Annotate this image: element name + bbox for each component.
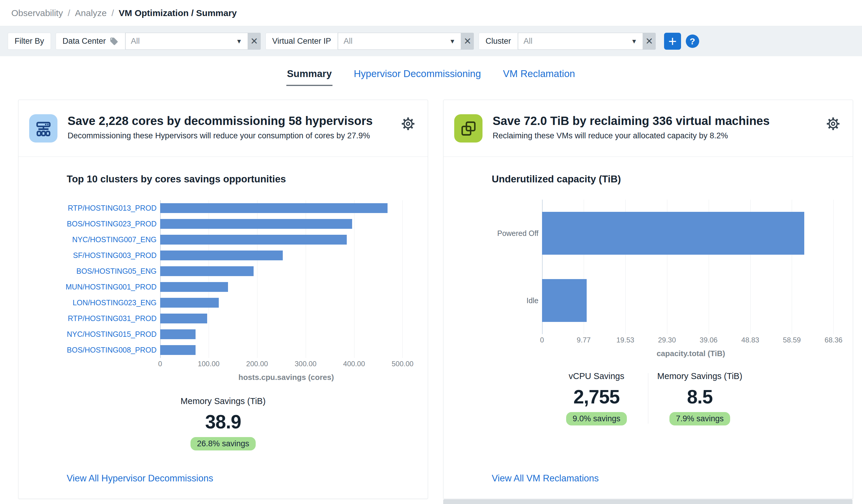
cluster-selected-value: All	[524, 37, 533, 46]
virtual-center-ip-selected-value: All	[343, 37, 352, 46]
tag-icon	[109, 37, 118, 46]
bar-segment[interactable]	[160, 282, 228, 292]
data-center-selected-value: All	[131, 37, 140, 46]
view-all-vm-reclamations-link[interactable]: View All VM Reclamations	[492, 473, 599, 484]
card-header: Save 72.0 TiB by reclaiming 336 virtual …	[444, 100, 853, 157]
chart-plot-area	[542, 200, 840, 334]
bar-segment[interactable]	[160, 251, 283, 260]
breadcrumb: Observability / Analyze / VM Optimizatio…	[11, 8, 237, 18]
gear-icon[interactable]	[400, 116, 416, 133]
chart-category-labels: Powered OffIdle	[491, 200, 542, 334]
breadcrumb-analyze[interactable]: Analyze	[75, 8, 107, 18]
bar-segment[interactable]	[160, 314, 207, 323]
x-axis-ticks: 09.7719.5329.3039.0648.8358.5968.36	[542, 336, 840, 348]
card-subtitle: Reclaiming these VMs will reduce your al…	[493, 131, 770, 141]
kpi-memory-savings: Memory Savings (TiB) 38.9 26.8% savings	[18, 396, 428, 450]
filter-label-text: Data Center	[63, 37, 106, 46]
bar-category-label[interactable]: MUN/HOSTING001_PROD	[76, 279, 160, 295]
cluster-clear-button[interactable]: ✕	[643, 33, 656, 50]
divider	[444, 157, 853, 157]
bar-category-label[interactable]: LON/HOSTING023_ENG	[76, 295, 160, 310]
bar-segment[interactable]	[160, 345, 196, 355]
data-center-clear-button[interactable]: ✕	[248, 33, 261, 50]
breadcrumb-current-page: VM Optimization / Summary	[119, 8, 237, 18]
help-icon[interactable]: ?	[686, 35, 699, 48]
x-tick-label: 9.77	[577, 336, 591, 344]
card-heading-text: Save 72.0 TiB by reclaiming 336 virtual …	[493, 114, 770, 141]
bar-category-label[interactable]: BOS/HOSTING023_PROD	[76, 216, 160, 232]
x-tick-label: 200.00	[246, 360, 268, 368]
filter-by-button[interactable]: Filter By	[8, 33, 51, 50]
gear-icon[interactable]	[825, 116, 841, 133]
bar-segment[interactable]	[160, 203, 388, 213]
bar-segment[interactable]	[542, 212, 804, 255]
chart-category-labels: RTP/HOSTING013_PRODBOS/HOSTING023_PRODNY…	[76, 200, 160, 358]
kpi-label: Memory Savings (TiB)	[648, 371, 751, 381]
virtual-center-ip-clear-button[interactable]: ✕	[461, 33, 474, 50]
x-tick-label: 29.30	[658, 336, 676, 344]
filter-bar: Filter By Data Center All ▼ ✕ Virtual Ce…	[0, 26, 862, 56]
virtual-center-ip-filter-label[interactable]: Virtual Center IP	[265, 33, 338, 50]
tab-hypervisor-decommissioning[interactable]: Hypervisor Decommissioning	[353, 68, 482, 86]
breadcrumb-observability[interactable]: Observability	[11, 8, 63, 18]
next-card-top-edge	[443, 499, 852, 504]
card-header: Save 2,228 cores by decommissioning 58 h…	[18, 100, 428, 157]
bar-category-label[interactable]: BOS/HOSTING05_ENG	[76, 263, 160, 279]
cluster-filter-label[interactable]: Cluster	[479, 33, 518, 50]
x-tick-label: 58.59	[783, 336, 801, 344]
bar-row	[160, 200, 412, 216]
bar-segment[interactable]	[160, 235, 347, 244]
bar-segment[interactable]	[160, 266, 253, 276]
bar-row	[542, 200, 840, 267]
bar-category-label[interactable]: BOS/HOSTING008_PROD	[76, 342, 160, 358]
savings-badge: 7.9% savings	[669, 412, 730, 425]
tab-vm-reclamation[interactable]: VM Reclamation	[502, 68, 576, 86]
divider	[18, 157, 428, 157]
bar-segment[interactable]	[542, 279, 587, 322]
savings-badge: 26.8% savings	[191, 437, 256, 450]
bar-category-label[interactable]: SF/HOSTING003_PROD	[76, 248, 160, 263]
kpi-row: vCPU Savings 2,755 9.0% savings Memory S…	[444, 371, 853, 425]
bar-row	[542, 267, 840, 334]
card-title: Save 72.0 TiB by reclaiming 336 virtual …	[493, 114, 770, 128]
bar-segment[interactable]	[160, 329, 196, 339]
kpi-label: Memory Savings (TiB)	[18, 396, 428, 406]
filter-label-text: Virtual Center IP	[272, 37, 331, 46]
bar-segment[interactable]	[160, 298, 219, 308]
breadcrumb-separator: /	[68, 8, 70, 18]
bar-category-label[interactable]: RTP/HOSTING013_PROD	[76, 200, 160, 216]
x-axis-title: capacity.total (TiB)	[542, 349, 840, 358]
chevron-down-icon: ▼	[236, 38, 242, 45]
card-subtitle: Decommissioning these Hypervisors will r…	[68, 131, 373, 141]
chevron-down-icon: ▼	[631, 38, 637, 45]
bar-segment[interactable]	[160, 219, 352, 229]
filter-group-data-center: Data Center All ▼ ✕	[56, 33, 261, 50]
chevron-down-icon: ▼	[449, 38, 455, 45]
bar-row	[160, 327, 412, 342]
tab-summary[interactable]: Summary	[286, 68, 332, 86]
tab-bar: Summary Hypervisor Decommissioning VM Re…	[0, 68, 862, 86]
x-tick-label: 19.53	[616, 336, 634, 344]
virtual-center-ip-select[interactable]: All ▼	[338, 33, 461, 50]
cluster-select[interactable]: All ▼	[518, 33, 643, 50]
x-tick-label: 48.83	[742, 336, 759, 344]
kpi-value: 8.5	[648, 386, 751, 408]
savings-badge: 9.0% savings	[566, 412, 627, 425]
bar-row	[160, 216, 412, 232]
x-tick-label: 100.00	[198, 360, 219, 368]
data-center-select[interactable]: All ▼	[125, 33, 248, 50]
chart-title: Top 10 clusters by cores savings opportu…	[67, 173, 428, 185]
x-tick-label: 300.00	[295, 360, 316, 368]
summary-cards: Save 2,228 cores by decommissioning 58 h…	[0, 100, 862, 499]
data-center-filter-label[interactable]: Data Center	[56, 33, 125, 50]
x-tick-label: 39.06	[700, 336, 718, 344]
bar-category-label[interactable]: NYC/HOSTING015_PROD	[76, 327, 160, 342]
cores-savings-bar-chart: RTP/HOSTING013_PRODBOS/HOSTING023_PRODNY…	[76, 200, 412, 358]
bar-category-label[interactable]: NYC/HOSTING007_ENG	[76, 232, 160, 248]
filter-label-text: Cluster	[485, 37, 511, 46]
view-all-hypervisor-decommissions-link[interactable]: View All Hypervisor Decommissions	[67, 473, 213, 484]
x-axis-ticks: 0100.00200.00300.00400.00500.00	[160, 360, 412, 372]
add-filter-button[interactable]: +	[664, 33, 681, 50]
bar-category-label[interactable]: RTP/HOSTING031_PROD	[76, 310, 160, 327]
bar-row	[160, 310, 412, 327]
